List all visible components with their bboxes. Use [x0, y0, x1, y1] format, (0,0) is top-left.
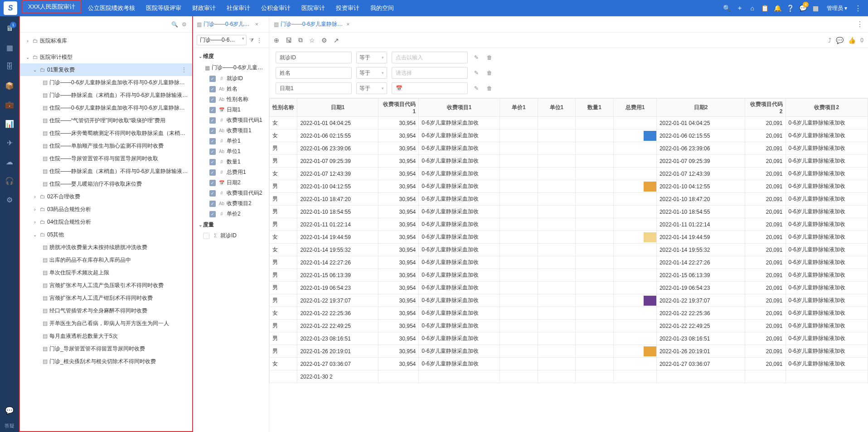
external-icon[interactable]: ↗ [334, 37, 339, 44]
search-icon[interactable]: 🔍 [170, 21, 180, 28]
search-icon[interactable]: 🔍 [721, 0, 733, 16]
checkbox-icon[interactable]: ✓ [209, 138, 216, 144]
dimension-item[interactable]: ✓Ab单位1 [193, 146, 269, 157]
table-row[interactable]: 男2022-01-19 06:54:2330,9540-6岁儿童静脉采血加收20… [270, 282, 868, 294]
nav-item[interactable]: 医院审计 [296, 0, 330, 16]
edit-icon[interactable]: ✎ [472, 85, 480, 91]
checkbox-icon[interactable]: ✓ [209, 180, 216, 186]
column-header[interactable]: 单位1 [538, 99, 576, 117]
dimension-item[interactable]: ✓#收费项目代码2 [193, 188, 269, 198]
dimension-item[interactable]: ✓#收费项目代码1 [193, 115, 269, 125]
dimension-item[interactable]: ✓#就诊ID [193, 73, 269, 84]
dimension-item[interactable]: ✓Ab姓名 [193, 84, 269, 94]
column-header[interactable]: 性别名称 [270, 99, 297, 117]
close-icon[interactable]: × [346, 21, 349, 28]
tree-leaf[interactable]: ▤宫颈扩张术与人工流产钳刮术不得同时收费 [20, 292, 192, 304]
rail-monitor-icon[interactable]: 🖥1 [0, 19, 19, 38]
nav-item[interactable]: 我的空间 [365, 0, 399, 16]
star-icon[interactable]: ☆ [309, 37, 315, 44]
crumb-select[interactable]: 门诊——0-6岁儿童 [197, 35, 247, 45]
table-row[interactable]: 男2022-01-15 06:13:3930,9540-6岁儿童静脉采血加收20… [270, 269, 868, 282]
rail-cloud-icon[interactable]: ☁ [0, 152, 19, 171]
checkbox-icon[interactable]: ✓ [209, 201, 216, 207]
tree-leaf[interactable]: ▤住院——单胎顺产接生与胎心监测不得同时收费 [20, 139, 192, 152]
gear-icon[interactable]: ⚙ [321, 37, 327, 44]
tree-search-input[interactable] [24, 19, 170, 30]
logo-icon[interactable]: S [4, 1, 17, 15]
funnel-icon[interactable]: ⧩ [249, 37, 254, 43]
table-row[interactable]: 男2022-01-22 22:49:2530,9540-6岁儿童静脉采血加收20… [270, 320, 868, 332]
delete-icon[interactable]: 🗑 [485, 54, 494, 61]
target-icon[interactable]: ⊕ [274, 37, 279, 44]
tree-leaf[interactable]: ▤出库的药品不在库存和入库药品中 [20, 254, 192, 266]
tree-leaf[interactable]: ▤每月血液透析总数量大于5次 [20, 330, 192, 342]
tree-group-01[interactable]: ⌄ 🗀 01重复收费 ⋮ [20, 63, 192, 76]
table-row[interactable]: 女2022-01-07 12:43:3930,9540-6岁儿童静脉采血加收20… [270, 168, 868, 180]
tree-leaf[interactable]: ▤住院——静脉采血（末梢血）不得与0-6岁儿童静脉输液加收项目同时收… [20, 165, 192, 178]
table-row[interactable]: 2022-01-30 2 [270, 370, 868, 383]
table-row[interactable]: 女2022-01-14 19:44:5930,9540-6岁儿童静脉采血加收20… [270, 231, 868, 244]
tree-leaf[interactable]: ▤住院——床旁葡萄糖测定不得同时收取静脉采血（末梢血）项目 [20, 127, 192, 139]
filter-icon[interactable]: ⚙ [180, 21, 189, 28]
nav-item[interactable]: 社保审计 [221, 0, 256, 16]
apps-icon[interactable]: ▦ [810, 0, 822, 16]
rail-settings-icon[interactable]: ⚙ [0, 190, 19, 209]
table-row[interactable]: 男2022-01-11 01:22:1430,9540-6岁儿童静脉采血加收20… [270, 218, 868, 231]
column-header[interactable]: 总费用1 [614, 99, 657, 117]
tree-leaf[interactable]: ▤开单医生为自己看病，即病人与开方医生为同一人 [20, 317, 192, 330]
tree-leaf[interactable]: ▤门诊_导尿管置管不得留置导尿同时收费 [20, 342, 192, 355]
column-header[interactable]: 收费项目1 [419, 99, 500, 117]
checkbox-icon[interactable]: ✓ [209, 107, 216, 113]
section-dimensions[interactable]: ⌄ 维度 [193, 51, 269, 62]
table-row[interactable]: 男2022-01-06 23:39:0630,9540-6岁儿童静脉采血加收20… [270, 142, 868, 155]
table-row[interactable]: 女2022-01-22 22:25:3630,9540-6岁儿童静脉采血加收20… [270, 307, 868, 320]
filter-value[interactable]: 请选择 [392, 67, 468, 79]
dimension-item[interactable]: ✓#单价2 [193, 209, 269, 219]
filter-field[interactable]: 日期1 [276, 82, 352, 94]
filter-value[interactable]: 📅 [392, 82, 468, 94]
table-row[interactable]: 女2022-01-27 03:36:0730,9540-6岁儿童静脉采血加收20… [270, 358, 868, 370]
delete-icon[interactable]: 🗑 [485, 70, 494, 76]
filter-value[interactable]: 点击以输入 [392, 52, 468, 63]
filter-operator[interactable]: 等于▾ [356, 52, 387, 63]
table-row[interactable]: 男2022-01-26 20:19:0130,9540-6岁儿童静脉采血加收20… [270, 345, 868, 358]
tree-group-04[interactable]: › 🗀 04住院合规性分析 [20, 216, 192, 228]
table-row[interactable]: 男2022-01-07 09:25:3930,9540-6岁儿童静脉采血加收20… [270, 155, 868, 168]
more-icon[interactable]: ⋮ [852, 4, 864, 13]
table-row[interactable]: 女2022-01-14 19:55:3230,9540-6岁儿童静脉采血加收20… [270, 244, 868, 256]
column-header[interactable]: 收费项目代码2 [745, 99, 786, 117]
table-wrap[interactable]: 性别名称日期1收费项目代码1收费项目1单价1单位1数量1总费用1日期2收费项目代… [269, 98, 868, 432]
table-row[interactable]: 男2022-01-10 18:47:2030,9540-6岁儿童静脉采血加收20… [270, 193, 868, 206]
table-row[interactable]: 男2022-01-23 08:16:5130,9540-6岁儿童静脉采血加收20… [270, 332, 868, 345]
message-icon[interactable]: 💬4 [797, 0, 810, 16]
dimension-item[interactable]: ✓#总费用1 [193, 167, 269, 178]
dimension-item[interactable]: ✓📅日期1 [193, 105, 269, 115]
tree-group-03[interactable]: › 🗀 03药品合规性分析 [20, 203, 192, 216]
rail-chart-icon[interactable]: 📊 [0, 114, 19, 133]
close-icon[interactable]: × [255, 21, 258, 28]
comment-icon[interactable]: 💬 [836, 37, 844, 44]
home-icon[interactable]: ⌂ [746, 0, 759, 16]
user-menu[interactable]: 管理员 ▾ [822, 5, 852, 12]
tree-group-02[interactable]: › 🗀 02不合理收费 [20, 190, 192, 203]
table-row[interactable]: 男2022-01-10 04:12:5530,9540-6岁儿童静脉采血加收20… [270, 180, 868, 193]
filter-operator[interactable]: 等于▾ [356, 67, 387, 79]
column-header[interactable]: 收费项目2 [786, 99, 868, 117]
more-icon[interactable]: ⋮ [257, 37, 262, 43]
help-icon[interactable]: ❔ [784, 0, 797, 16]
dimension-item[interactable]: ✓Ab收费项目2 [193, 198, 269, 209]
checkbox-icon[interactable]: ✓ [209, 128, 216, 134]
dimension-item[interactable]: ✓#数量1 [193, 157, 269, 167]
checkbox-icon[interactable]: ✓ [209, 190, 216, 197]
copy-icon[interactable]: ⧉ [298, 36, 303, 44]
table-row[interactable]: 男2022-01-10 18:54:5530,9540-6岁儿童静脉采血加收20… [270, 206, 868, 218]
save-icon[interactable]: 🖫 [286, 37, 292, 44]
tree-root-model[interactable]: ⌄ 🗀 医院审计模型 [20, 51, 192, 63]
column-header[interactable]: 单价1 [499, 99, 538, 117]
edit-icon[interactable]: ✎ [472, 54, 480, 61]
tree-leaf[interactable]: ▤门诊_根尖搔刮术与根尖切除术不得同时收费 [20, 355, 192, 368]
tree-group-05[interactable]: ⌄ 🗀 05其他 [20, 228, 192, 241]
tree-leaf[interactable]: ▤单次住院手术频次超上限 [20, 266, 192, 279]
thumbs-up-icon[interactable]: 👍 [848, 37, 856, 44]
tree-leaf[interactable]: ▤门诊——静脉采血（末梢血）不得与0-6岁儿童静脉输液加收项目同时收… [20, 89, 192, 101]
